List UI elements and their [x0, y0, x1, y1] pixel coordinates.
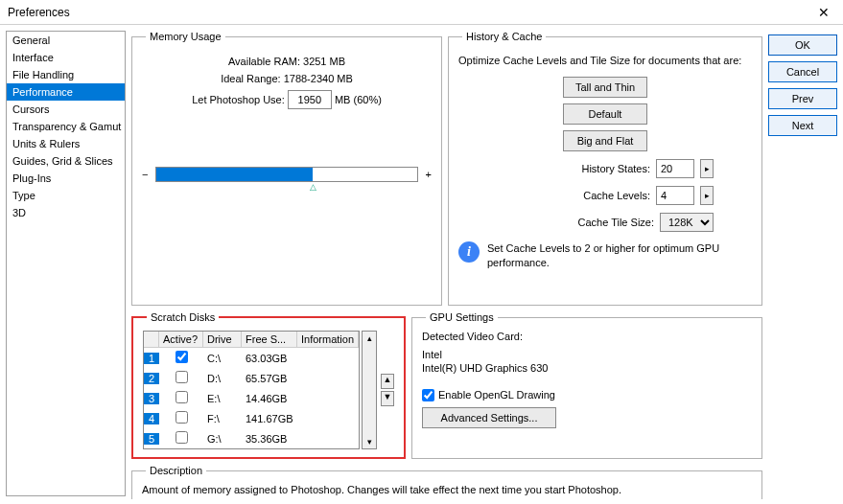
cancel-button[interactable]: Cancel [768, 61, 837, 82]
history-stepper-icon[interactable]: ▸ [700, 159, 714, 178]
cache-intro: Optimize Cache Levels and Tile Size for … [458, 54, 752, 67]
memory-use-input[interactable] [288, 90, 332, 109]
active-checkbox[interactable] [176, 351, 188, 363]
tall-thin-button[interactable]: Tall and Thin [563, 77, 647, 98]
levels-stepper-icon[interactable]: ▸ [700, 186, 714, 205]
big-flat-button[interactable]: Big and Flat [563, 130, 647, 151]
prev-button[interactable]: Prev [768, 88, 837, 109]
description-text: Amount of memory assigned to Photoshop. … [142, 484, 752, 495]
active-checkbox[interactable] [176, 411, 188, 424]
cache-levels-label: Cache Levels: [583, 190, 650, 201]
move-up-button[interactable]: ▲ [381, 374, 394, 389]
table-row[interactable]: 4F:\141.67GB [144, 408, 359, 428]
row-number: 3 [144, 393, 159, 404]
cache-legend: History & Cache [462, 31, 546, 42]
sidebar-item-units[interactable]: Units & Rulers [7, 135, 125, 152]
scratch-legend: Scratch Disks [147, 311, 219, 323]
sidebar-item-transparency[interactable]: Transparency & Gamut [7, 118, 125, 135]
history-cache-group: History & Cache Optimize Cache Levels an… [448, 31, 762, 306]
slider-minus: − [142, 169, 148, 180]
sidebar-item-plugins[interactable]: Plug-Ins [7, 170, 125, 187]
col-free[interactable]: Free S... [242, 332, 297, 348]
history-states-input[interactable] [656, 159, 694, 178]
gpu-legend: GPU Settings [426, 311, 498, 323]
row-number: 5 [144, 433, 159, 445]
ideal-range-value: 1788-2340 MB [284, 73, 353, 84]
ideal-range-label: Ideal Range: [221, 73, 280, 84]
drive-cell: C:\ [203, 353, 242, 364]
gpu-settings-group: GPU Settings Detected Video Card: Intel … [411, 311, 762, 459]
col-info[interactable]: Information [297, 332, 359, 348]
table-row[interactable]: 5G:\35.36GB [144, 428, 359, 448]
category-sidebar: General Interface File Handling Performa… [6, 31, 126, 496]
active-checkbox[interactable] [176, 431, 188, 444]
col-drive[interactable]: Drive [203, 332, 242, 348]
next-button[interactable]: Next [768, 115, 837, 136]
memory-legend: Memory Usage [146, 31, 225, 42]
sidebar-item-general[interactable]: General [7, 32, 125, 49]
row-number: 2 [144, 373, 159, 384]
memory-slider[interactable]: △ [155, 167, 417, 182]
free-cell: 65.57GB [242, 373, 297, 384]
slider-plus: + [426, 169, 432, 180]
cache-tile-select[interactable]: 128K [660, 213, 714, 232]
scratch-disks-group: Scratch Disks Active? Drive Free S... In… [131, 311, 406, 459]
history-states-label: History States: [581, 163, 650, 174]
free-cell: 35.36GB [242, 433, 297, 445]
free-cell: 141.67GB [242, 413, 297, 424]
advanced-settings-button[interactable]: Advanced Settings... [422, 407, 556, 428]
let-use-label: Let Photoshop Use: [192, 94, 285, 105]
sidebar-item-file-handling[interactable]: File Handling [7, 66, 125, 83]
drive-cell: G:\ [203, 433, 242, 445]
table-row[interactable]: 2D:\65.57GB [144, 368, 359, 388]
active-checkbox[interactable] [176, 371, 188, 383]
free-cell: 14.46GB [242, 393, 297, 404]
close-icon[interactable]: ✕ [812, 5, 835, 20]
sidebar-item-type[interactable]: Type [7, 187, 125, 204]
available-ram-value: 3251 MB [303, 56, 345, 67]
detected-card-label: Detected Video Card: [422, 331, 752, 342]
sidebar-item-3d[interactable]: 3D [7, 204, 125, 221]
sidebar-item-interface[interactable]: Interface [7, 49, 125, 66]
col-active[interactable]: Active? [159, 332, 203, 348]
description-group: Description Amount of memory assigned to… [131, 465, 762, 499]
drive-cell: F:\ [203, 413, 242, 424]
free-cell: 63.03GB [242, 353, 297, 364]
sidebar-item-performance[interactable]: Performance [7, 83, 125, 101]
gpu-vendor: Intel [422, 348, 752, 361]
description-legend: Description [146, 465, 206, 476]
enable-opengl-checkbox[interactable] [422, 389, 434, 401]
cache-info-text: Set Cache Levels to 2 or higher for opti… [487, 241, 752, 269]
enable-opengl-label: Enable OpenGL Drawing [438, 389, 555, 401]
available-ram-label: Available RAM: [228, 56, 300, 67]
row-number: 4 [144, 413, 159, 424]
ok-button[interactable]: OK [768, 34, 837, 56]
scratch-scrollbar[interactable]: ▴▾ [362, 331, 377, 449]
sidebar-item-cursors[interactable]: Cursors [7, 101, 125, 118]
default-button[interactable]: Default [563, 103, 647, 125]
window-title: Preferences [8, 6, 812, 19]
info-icon: i [458, 241, 480, 263]
active-checkbox[interactable] [176, 391, 188, 403]
memory-use-suffix: MB (60%) [335, 94, 382, 105]
drive-cell: D:\ [203, 373, 242, 384]
cache-tile-label: Cache Tile Size: [578, 217, 654, 228]
memory-usage-group: Memory Usage Available RAM: 3251 MB Idea… [131, 31, 442, 306]
table-row[interactable]: 1C:\63.03GB [144, 348, 359, 368]
cache-levels-input[interactable] [656, 186, 694, 205]
sidebar-item-guides[interactable]: Guides, Grid & Slices [7, 152, 125, 170]
move-down-button[interactable]: ▼ [381, 391, 394, 406]
table-row[interactable]: 3E:\14.46GB [144, 388, 359, 408]
slider-handle-icon[interactable]: △ [310, 182, 316, 192]
drive-cell: E:\ [203, 393, 242, 404]
row-number: 1 [144, 353, 159, 364]
gpu-card-name: Intel(R) UHD Graphics 630 [422, 361, 752, 375]
